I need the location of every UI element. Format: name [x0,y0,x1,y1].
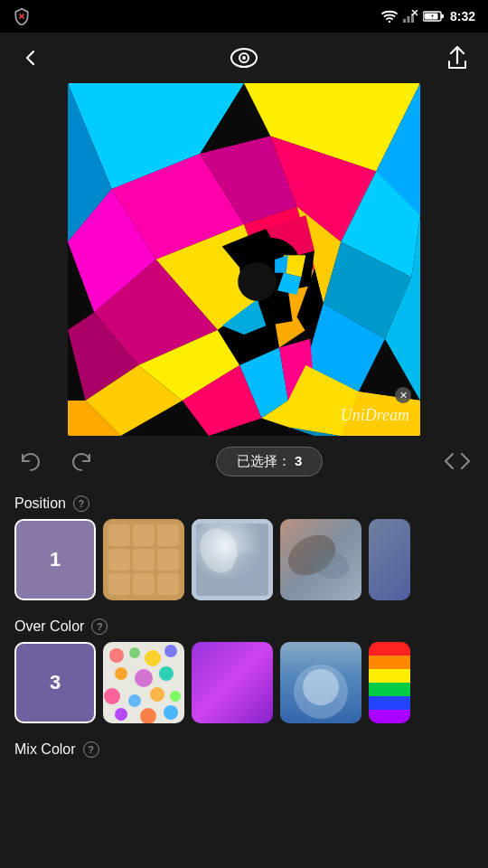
svg-point-71 [104,688,120,704]
redo-button[interactable] [65,445,98,477]
wifi-icon [381,10,398,23]
over-color-thumbnail-row: 3 [0,642,488,732]
svg-rect-9 [441,14,444,18]
tan-cell [157,524,179,546]
watermark: UniDream [341,406,409,425]
svg-rect-3 [403,19,406,23]
mc-strip-green [369,683,410,696]
svg-point-69 [135,669,153,687]
svg-rect-10 [424,14,437,20]
svg-point-64 [109,648,124,663]
svg-rect-4 [407,16,409,23]
status-left [13,7,31,25]
battery-icon [423,10,445,23]
spiral-svg [68,83,420,436]
svg-point-70 [159,666,174,681]
svg-point-2 [389,21,390,23]
mc-strip-yellow [369,669,410,683]
over-color-thumb-1-number: 3 [50,671,61,694]
tan-cell [108,549,130,571]
mix-color-help-icon[interactable]: ? [83,741,99,758]
code-button[interactable] [441,445,474,477]
position-thumb-5[interactable] [369,519,410,600]
position-thumb-4[interactable] [280,519,361,600]
silver-texture [192,519,273,600]
tan-cell [108,524,130,546]
mc-strip-blue [369,696,410,710]
mc-strip-orange [369,656,410,669]
image-container: UniDream ✕ [0,83,488,436]
tan-cell [133,524,155,546]
svg-point-73 [150,687,164,702]
position-thumb-2[interactable] [103,519,184,600]
time-display: 8:32 [450,9,475,24]
status-bar: 8:32 [0,0,488,33]
back-button[interactable] [14,42,47,74]
position-thumb-1[interactable]: 1 [14,519,96,600]
over-color-section-label: Over Color ? [0,609,488,642]
svg-point-67 [164,645,177,657]
top-toolbar [0,33,488,83]
svg-point-77 [164,705,178,720]
svg-point-72 [128,694,141,707]
over-color-help-icon[interactable]: ? [91,618,108,635]
svg-point-13 [242,56,246,60]
shield-icon [13,7,31,25]
tan-cell [157,549,179,571]
position-thumb-3[interactable] [192,519,273,600]
colorful-texture [103,642,184,723]
selection-counter: 已选择： 3 [216,447,324,476]
svg-point-68 [115,667,127,680]
undo-redo-group [14,445,98,477]
svg-point-74 [170,691,181,702]
status-right: 8:32 [381,9,475,24]
over-color-thumb-3[interactable] [192,642,273,723]
svg-point-65 [129,647,140,658]
undo-button[interactable] [14,445,47,477]
over-color-thumb-5[interactable] [369,642,410,723]
position-thumbnail-row: 1 [0,519,488,609]
over-color-thumb-2[interactable] [103,642,184,723]
abstract-texture [280,519,361,600]
tan-cell [133,549,155,571]
watermark-close-button[interactable]: ✕ [395,387,411,403]
tan-cell [133,573,155,595]
svg-point-66 [145,650,161,666]
svg-point-80 [303,669,339,705]
position-section-label: Position ? [0,486,488,519]
mc-strip-purple [369,710,410,723]
over-color-thumb-1[interactable]: 3 [14,642,96,723]
svg-point-75 [115,708,127,721]
action-bar: 已选择： 3 [0,436,488,486]
tan-cell [108,573,130,595]
over-color-thumb-4[interactable] [280,642,361,723]
position-thumb-1-number: 1 [50,548,61,571]
preview-button[interactable] [228,42,260,74]
position-help-icon[interactable]: ? [73,495,89,512]
signal-icon [403,10,418,23]
blue-orb-texture [280,642,361,723]
svg-point-52 [238,262,277,301]
share-button[interactable] [441,42,474,74]
main-artwork: UniDream ✕ [68,83,420,436]
mc-strip-red [369,642,410,656]
mix-color-section-label: Mix Color ? [0,732,488,765]
tan-cell [157,573,179,595]
